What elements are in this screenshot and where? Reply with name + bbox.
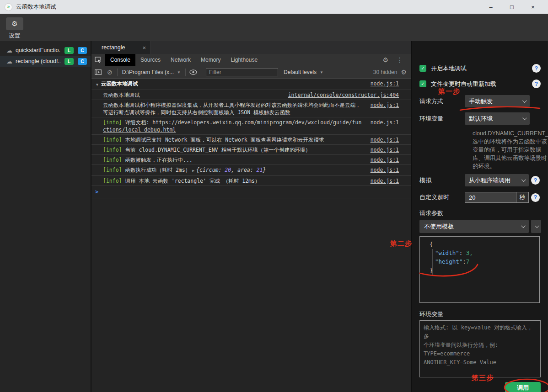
help-icon[interactable]: ? [531, 176, 540, 185]
request-params-editor[interactable]: { "width": 3, "height":7 } [419, 236, 540, 303]
tab-network[interactable]: Network [166, 54, 196, 66]
env-vars-textarea[interactable] [419, 320, 541, 377]
object-preview[interactable]: {circum: 20, area: 21} [196, 167, 266, 173]
env-vars-label: 环境变量 [419, 310, 540, 318]
local-debug-badge[interactable]: L [64, 47, 74, 54]
console-group-header[interactable]: ▼ 云函数本地调试 node.js:1 [91, 79, 411, 90]
eye-icon [189, 69, 197, 75]
tab-sources[interactable]: Sources [135, 54, 166, 66]
source-link[interactable]: node.js:1 [371, 156, 399, 164]
console-row: [info] 函数执行成功（耗时 2ms）▶{circum: 20, area:… [91, 165, 411, 176]
source-link[interactable]: node.js:1 [371, 177, 399, 185]
chevron-down-icon: ▼ [320, 70, 323, 74]
request-params-label: 请求参数 [419, 209, 540, 217]
chevron-down-icon [521, 177, 526, 182]
field-label: 自定义超时 [419, 193, 465, 201]
panel-toggle-icon [95, 69, 102, 75]
chevron-down-icon: ▼ [177, 70, 181, 74]
timeout-input-group: 秒 [465, 192, 529, 203]
console-message: [info] 本地调试已支持 Network 面板，可以在 Network 面板… [103, 136, 364, 143]
invoke-button[interactable]: 调用 [505, 382, 541, 392]
debug-control-panel: ✓ 开启本地调试 ? ✓ 文件变更时自动重新加载 ? 请求方式 手动触发 环境变… [412, 41, 547, 392]
console-message-list: ▼ 云函数本地调试 node.js:1 云函数本地调试 internal/con… [91, 79, 411, 392]
filter-input[interactable] [206, 68, 278, 76]
close-button[interactable]: × [522, 0, 543, 14]
disclosure-triangle-icon[interactable]: ▼ [96, 81, 98, 89]
source-link[interactable]: node.js:1 [371, 166, 399, 174]
cloud-badge[interactable]: C [78, 58, 87, 65]
help-icon[interactable]: ? [532, 79, 541, 88]
checkbox-checked[interactable]: ✓ [419, 80, 426, 87]
cloud-badge[interactable]: C [78, 47, 87, 54]
timeout-input[interactable] [465, 192, 516, 202]
live-expression-eye-button[interactable] [188, 69, 199, 75]
info-tag: [info] [103, 167, 122, 173]
sidebar-item-rectangle-function[interactable]: ☁ rectangle (cloudf... L C [0, 56, 91, 67]
divider [117, 69, 118, 76]
template-select[interactable]: 不使用模板 [419, 220, 529, 233]
info-tag: [info] [103, 137, 122, 143]
console-row: 云函数本地调试和小程序模拟器深度集成，从开发者工具小程序发起的对该云函数的请求均… [91, 100, 411, 117]
function-name: rectangle (cloudf... [16, 58, 60, 64]
local-debug-badge[interactable]: L [64, 58, 74, 65]
environment-select[interactable]: 默认环境 [465, 112, 530, 125]
prompt-chevron-icon: > [95, 189, 98, 195]
json-line: } [420, 266, 539, 275]
source-link[interactable]: internal/console/constructor.js:404 [288, 91, 399, 99]
check-icon: ✓ [421, 66, 424, 71]
console-sidebar-toggle-button[interactable] [91, 69, 104, 75]
console-row: [info] 详细文档: https://developers.weixin.q… [91, 117, 411, 135]
console-message: [info] 详细文档: https://developers.weixin.q… [103, 119, 364, 133]
chevron-down-icon [534, 223, 539, 228]
console-message: [info] 函数执行成功（耗时 2ms）▶{circum: 20, area:… [103, 166, 364, 175]
sidebar-item-quickstart-function[interactable]: ☁ quickstartFunctio... L C [0, 45, 91, 56]
checkbox-checked[interactable]: ✓ [419, 65, 426, 72]
app-toolbar: ⚙ 设置 [0, 14, 548, 41]
request-mode-select[interactable]: 手动触发 [465, 95, 530, 107]
checkbox-label: 开启本地调试 [431, 64, 467, 73]
console-message: 云函数本地调试和小程序模拟器深度集成，从开发者工具小程序发起的对该云函数的请求均… [103, 101, 364, 116]
function-sidebar: ☁ quickstartFunctio... L C ☁ rectangle (… [0, 41, 91, 392]
source-link[interactable]: node.js:1 [371, 80, 399, 87]
tab-rectangle[interactable]: rectangle × [91, 41, 151, 54]
title-bar: » 云函数本地调试 – □ × [0, 0, 548, 14]
help-icon[interactable]: ? [532, 64, 541, 73]
javascript-context-select[interactable]: D:\Program Files (x... ▼ [119, 69, 183, 75]
log-levels-select[interactable]: Default levels ▼ [281, 69, 326, 75]
tab-close-icon[interactable]: × [142, 44, 146, 51]
source-link[interactable]: node.js:1 [371, 101, 399, 109]
kebab-menu-icon[interactable]: ⋮ [392, 56, 407, 64]
tab-label: rectangle [102, 44, 125, 51]
source-link[interactable]: node.js:1 [371, 136, 399, 143]
source-link[interactable]: node.js:1 [371, 119, 399, 126]
local-debug-checkbox-row: ✓ 开启本地调试 ? [419, 64, 541, 73]
console-toolbar: ⊘ D:\Program Files (x... ▼ Default level… [91, 66, 411, 79]
app-icon: » [5, 3, 12, 11]
editor-tab-strip: rectangle × [91, 41, 411, 54]
template-actions-button[interactable] [531, 220, 541, 233]
checkbox-label: 文件变更时自动重新加载 [431, 80, 496, 88]
console-message: 云函数本地调试 [103, 91, 282, 99]
tab-lighthouse[interactable]: Lighthouse [226, 54, 263, 66]
chevron-down-icon [522, 116, 527, 120]
hidden-messages-count: 30 hidden [373, 69, 398, 75]
gear-icon: ⚙ [11, 20, 17, 28]
settings-button[interactable]: ⚙ [6, 17, 23, 30]
tab-memory[interactable]: Memory [196, 54, 226, 66]
tab-console[interactable]: Console [105, 54, 135, 66]
minimize-button[interactable]: – [480, 0, 501, 14]
simulate-source-select[interactable]: 从小程序端调用 [465, 174, 529, 186]
function-name: quickstartFunctio... [16, 47, 60, 53]
clear-console-icon[interactable]: ⊘ [104, 69, 115, 76]
help-icon[interactable]: ? [531, 193, 540, 202]
inspect-element-button[interactable] [91, 54, 105, 66]
object-expander-icon[interactable]: ▶ [192, 169, 194, 173]
source-link[interactable]: node.js:1 [371, 146, 399, 154]
console-prompt[interactable]: > [91, 186, 411, 198]
devtools-settings-gear-icon[interactable]: ⚙ [378, 56, 392, 64]
console-settings-gear-icon[interactable]: ⚙ [397, 69, 411, 76]
settings-label: 设置 [9, 32, 548, 40]
console-row: [info] 函数被触发，正在执行中... node.js:1 [91, 155, 411, 165]
maximize-button[interactable]: □ [501, 0, 522, 14]
template-select-row: 不使用模板 [419, 220, 541, 233]
